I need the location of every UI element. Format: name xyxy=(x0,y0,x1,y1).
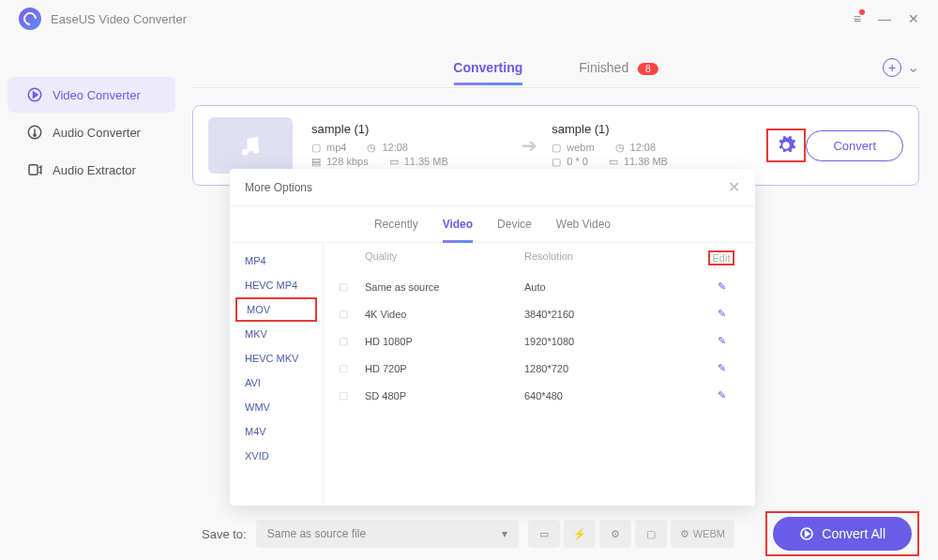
sidebar-item-audio-extractor[interactable]: Audio Extractor xyxy=(8,152,175,188)
quality-row[interactable]: ▢ 4K Video 3840*2160 ✎ xyxy=(339,300,740,327)
svg-point-4 xyxy=(242,149,249,156)
format-mov[interactable]: MOV xyxy=(235,297,317,322)
popup-tab-webvideo[interactable]: Web Video xyxy=(556,214,611,235)
top-tabs: Converting Finished 8 + ⌄ xyxy=(192,47,919,88)
edit-icon[interactable]: ✎ xyxy=(703,389,740,401)
quality-row[interactable]: ▢ SD 480P 640*480 ✎ xyxy=(339,382,740,409)
resolution-icon: ▢ xyxy=(552,156,563,168)
close-icon[interactable]: ✕ xyxy=(908,11,919,26)
format-avi[interactable]: AVI xyxy=(230,371,323,395)
format-mkv[interactable]: MKV xyxy=(230,322,323,346)
settings-highlight xyxy=(766,129,806,162)
chevron-down-icon[interactable]: ⌄ xyxy=(907,58,919,76)
sidebar-item-video-converter[interactable]: Video Converter xyxy=(8,77,175,113)
app-title: EaseUS Video Converter xyxy=(51,12,854,26)
more-options-popup: More Options ✕ Recently Video Device Web… xyxy=(230,169,755,506)
titlebar: EaseUS Video Converter ≡ — ✕ xyxy=(0,0,938,38)
column-edit: Edit xyxy=(708,250,735,265)
sidebar: Video Converter Audio Converter Audio Ex… xyxy=(0,38,183,507)
video-converter-icon xyxy=(26,86,43,103)
size-icon: ▭ xyxy=(609,156,620,168)
clock-icon: ◷ xyxy=(367,142,378,154)
convert-icon xyxy=(799,526,814,541)
chevron-down-icon: ▾ xyxy=(502,527,507,540)
folder-icon[interactable]: ▭ xyxy=(528,520,560,548)
target-file-name: sample (1) xyxy=(552,122,748,136)
edit-icon[interactable]: ✎ xyxy=(703,280,740,293)
svg-rect-3 xyxy=(29,165,38,175)
svg-point-2 xyxy=(34,134,36,136)
tab-finished[interactable]: Finished 8 xyxy=(579,51,658,84)
quality-row[interactable]: ▢ Same as source Auto ✎ xyxy=(339,273,740,300)
video-format-icon: ▢ xyxy=(339,280,365,293)
column-quality: Quality xyxy=(365,250,524,265)
audio-extractor-icon xyxy=(26,161,43,178)
clock-icon: ◷ xyxy=(615,142,627,154)
edit-icon[interactable]: ✎ xyxy=(703,335,740,347)
gear-icon[interactable] xyxy=(776,135,796,156)
quality-table: Quality Resolution Edit ▢ Same as source… xyxy=(324,243,755,506)
popup-close-icon[interactable]: ✕ xyxy=(728,178,740,196)
sidebar-item-label: Audio Extractor xyxy=(53,163,136,177)
menu-icon[interactable]: ≡ xyxy=(854,11,861,26)
popup-tab-device[interactable]: Device xyxy=(497,214,532,235)
file-thumbnail xyxy=(208,117,293,174)
video-format-icon: ▢ xyxy=(339,308,365,320)
video-format-icon: ▢ xyxy=(339,389,365,401)
format-hevc-mkv[interactable]: HEVC MKV xyxy=(230,346,323,371)
add-button[interactable]: + xyxy=(883,58,901,77)
minimize-icon[interactable]: — xyxy=(878,11,891,26)
format-m4v[interactable]: M4V xyxy=(230,419,323,444)
sidebar-item-label: Audio Converter xyxy=(53,126,141,140)
bottom-bar: Save to: Same as source file ▾ ▭ ⚡ ⚙ ▢ ⚙… xyxy=(0,507,938,560)
format-mp4[interactable]: MP4 xyxy=(230,249,323,273)
popup-tab-recently[interactable]: Recently xyxy=(374,214,418,235)
popup-tab-video[interactable]: Video xyxy=(443,214,473,235)
save-to-select[interactable]: Same as source file ▾ xyxy=(256,520,519,548)
sidebar-item-label: Video Converter xyxy=(53,88,141,102)
arrow-right-icon: ➔ xyxy=(522,134,537,157)
quality-row[interactable]: ▢ HD 1080P 1920*1080 ✎ xyxy=(339,327,740,355)
gear-icon: ⚙ xyxy=(680,528,689,540)
source-file-name: sample (1) xyxy=(311,122,507,136)
edit-icon[interactable]: ✎ xyxy=(703,362,740,374)
finished-badge: 8 xyxy=(638,63,658,75)
video-icon: ▢ xyxy=(311,142,323,154)
option-icon-1[interactable]: ⚡ xyxy=(564,520,596,548)
output-format-button[interactable]: ⚙ WEBM xyxy=(671,520,734,548)
app-logo xyxy=(19,8,41,30)
convert-all-highlight: Convert All xyxy=(765,511,919,556)
tab-converting[interactable]: Converting xyxy=(453,51,522,84)
convert-button[interactable]: Convert xyxy=(806,130,903,161)
popup-title: More Options xyxy=(245,181,312,194)
svg-point-5 xyxy=(252,146,259,153)
edit-icon[interactable]: ✎ xyxy=(703,308,740,320)
quality-row[interactable]: ▢ HD 720P 1280*720 ✎ xyxy=(339,355,740,382)
option-icon-3[interactable]: ▢ xyxy=(635,520,667,548)
bitrate-icon: ▤ xyxy=(311,156,323,168)
format-xvid[interactable]: XVID xyxy=(230,444,323,468)
column-resolution: Resolution xyxy=(524,250,703,265)
audio-converter-icon xyxy=(26,124,43,141)
option-icon-2[interactable]: ⚙ xyxy=(599,520,631,548)
format-wmv[interactable]: WMV xyxy=(230,395,323,419)
video-icon: ▢ xyxy=(552,142,563,154)
format-list: MP4 HEVC MP4 MOV MKV HEVC MKV AVI WMV M4… xyxy=(230,243,324,506)
size-icon: ▭ xyxy=(389,156,401,168)
video-format-icon: ▢ xyxy=(339,362,365,374)
save-to-label: Save to: xyxy=(202,527,247,541)
convert-all-button[interactable]: Convert All xyxy=(773,517,912,551)
format-hevc-mp4[interactable]: HEVC MP4 xyxy=(230,273,323,297)
sidebar-item-audio-converter[interactable]: Audio Converter xyxy=(8,114,175,150)
video-format-icon: ▢ xyxy=(339,335,365,347)
